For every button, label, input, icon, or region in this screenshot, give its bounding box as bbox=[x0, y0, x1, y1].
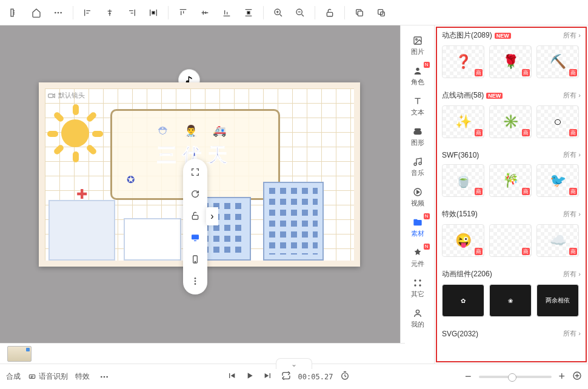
category-header: 动画组件(2206)所有 › bbox=[435, 264, 588, 282]
unlock-icon[interactable] bbox=[320, 3, 339, 22]
more-vertical-icon[interactable] bbox=[188, 274, 202, 288]
asset-thumbnail[interactable]: 🎋商 bbox=[489, 164, 532, 197]
music-icon bbox=[412, 156, 423, 167]
zoom-in-button[interactable]: + bbox=[559, 370, 566, 383]
asset-thumbnail[interactable]: ✳️商 bbox=[489, 105, 532, 138]
bottom-more-icon[interactable] bbox=[97, 370, 112, 384]
more-icon[interactable] bbox=[48, 3, 68, 22]
asset-thumbnail[interactable]: ❀ bbox=[489, 284, 532, 317]
asset-thumbnail[interactable]: ✿ bbox=[442, 284, 484, 317]
distribute-h-icon[interactable] bbox=[144, 3, 163, 22]
camera-label[interactable]: 默认镜头 bbox=[47, 91, 85, 100]
shape-icon bbox=[412, 126, 423, 137]
tab-other[interactable]: 其它 bbox=[403, 273, 432, 303]
align-hcenter-icon[interactable] bbox=[100, 3, 119, 22]
asset-thumbnail[interactable]: 商 bbox=[489, 224, 532, 257]
svg-point-32 bbox=[104, 376, 105, 377]
view-all-link[interactable]: 所有 › bbox=[563, 150, 581, 159]
zoom-slider[interactable] bbox=[479, 376, 552, 378]
tab-image[interactable]: 图片 bbox=[403, 30, 432, 61]
timer-icon[interactable] bbox=[340, 371, 350, 382]
align-bottom-icon[interactable] bbox=[217, 3, 236, 22]
view-all-link[interactable]: 所有 › bbox=[563, 329, 581, 338]
tab-mine[interactable]: 我的 bbox=[403, 303, 432, 333]
panel-collapse-chevron[interactable]: › bbox=[206, 207, 218, 225]
voice-recognition-button[interactable]: 语音识别 bbox=[28, 371, 68, 382]
align-left-icon[interactable] bbox=[78, 3, 98, 22]
home-icon[interactable] bbox=[27, 3, 46, 22]
desktop-preview-icon[interactable] bbox=[188, 230, 202, 245]
mobile-preview-icon[interactable] bbox=[188, 252, 202, 267]
asset-thumbnail[interactable]: 🍵商 bbox=[442, 164, 484, 197]
commercial-badge: 商 bbox=[522, 188, 530, 195]
asset-thumbnail[interactable]: 🐦商 bbox=[536, 164, 579, 197]
zoom-out-icon[interactable] bbox=[290, 3, 310, 22]
align-right-icon[interactable] bbox=[122, 3, 141, 22]
separator bbox=[315, 6, 315, 19]
tab-label: 其它 bbox=[411, 290, 424, 299]
svg-rect-10 bbox=[48, 94, 53, 98]
playback-controls bbox=[227, 371, 291, 382]
tab-label: 音乐 bbox=[411, 168, 424, 178]
tab-role[interactable]: 角色N bbox=[403, 61, 432, 91]
commercial-badge: 商 bbox=[475, 248, 483, 255]
category-header: 动态图片(2089)NEW所有 › bbox=[435, 25, 588, 43]
svg-point-17 bbox=[195, 281, 196, 282]
asset-thumbnail[interactable]: ❓商 bbox=[442, 45, 484, 78]
distribute-v-icon[interactable] bbox=[239, 3, 258, 22]
copy-icon[interactable] bbox=[350, 3, 369, 22]
zoom-in-icon[interactable] bbox=[269, 3, 288, 22]
svg-point-15 bbox=[195, 261, 195, 262]
thumbnail-row: 😜商商☁️商 bbox=[435, 222, 588, 264]
fit-screen-icon[interactable] bbox=[572, 371, 582, 382]
lock-icon[interactable] bbox=[188, 208, 202, 223]
timeline-collapse-notch[interactable]: ⌄ bbox=[276, 358, 312, 369]
svg-point-1 bbox=[55, 12, 56, 13]
commercial-badge: 商 bbox=[475, 129, 483, 136]
tab-text[interactable]: 文本 bbox=[403, 91, 432, 121]
view-all-link[interactable]: 所有 › bbox=[563, 210, 581, 219]
tab-music[interactable]: 音乐 bbox=[403, 151, 432, 182]
tab-shape[interactable]: 图形 bbox=[403, 121, 432, 151]
view-all-link[interactable]: 所有 › bbox=[563, 91, 581, 100]
slide-thumbnail[interactable] bbox=[7, 346, 32, 362]
new-badge: N bbox=[424, 213, 430, 219]
asset-thumbnail[interactable]: ○商 bbox=[536, 105, 579, 138]
bottom-bar: ⌄ 合成 语音识别 特效 00:05.27 − + bbox=[0, 364, 588, 389]
commercial-badge: 商 bbox=[569, 129, 577, 136]
asset-thumbnail[interactable]: ✨商 bbox=[442, 105, 484, 138]
canvas-area[interactable]: 默认镜头 ⛑ 👨‍⚕️ 🚑 三伏天 ✪ bbox=[0, 25, 400, 364]
timecode: 00:05.27 bbox=[298, 373, 333, 381]
skip-start-icon[interactable] bbox=[227, 371, 236, 382]
asset-thumbnail[interactable]: 😜商 bbox=[442, 224, 484, 257]
play-icon[interactable] bbox=[245, 371, 255, 382]
commercial-badge: 商 bbox=[475, 69, 483, 76]
category-title: SVG(2032) bbox=[442, 330, 478, 338]
align-top-icon[interactable] bbox=[173, 3, 193, 22]
category-title: SWF(3610) bbox=[442, 151, 479, 159]
top-toolbar bbox=[0, 0, 588, 25]
view-all-link[interactable]: 所有 › bbox=[563, 270, 581, 279]
skip-end-icon[interactable] bbox=[263, 371, 273, 382]
rotate-icon[interactable] bbox=[188, 187, 202, 201]
other-icon bbox=[412, 278, 423, 288]
thumbnail-row: ✨商✳️商○商 bbox=[435, 103, 588, 145]
svg-point-16 bbox=[195, 278, 196, 279]
tab-asset[interactable]: 素材N bbox=[403, 212, 432, 242]
ruler-icon[interactable] bbox=[5, 3, 24, 22]
align-vcenter-icon[interactable] bbox=[195, 3, 215, 22]
asset-thumbnail[interactable]: ⛏️商 bbox=[536, 45, 579, 78]
asset-thumbnail[interactable]: 🌹商 bbox=[489, 45, 532, 78]
fullscreen-icon[interactable] bbox=[188, 165, 202, 179]
tab-component[interactable]: 元件N bbox=[403, 242, 432, 273]
zoom-out-button[interactable]: − bbox=[465, 370, 472, 383]
effects-button[interactable]: 特效 bbox=[75, 371, 90, 382]
loop-icon[interactable] bbox=[281, 371, 291, 382]
view-all-link[interactable]: 所有 › bbox=[563, 31, 581, 40]
compose-button[interactable]: 合成 bbox=[6, 371, 21, 382]
timeline-strip[interactable] bbox=[0, 343, 405, 364]
tab-video[interactable]: 视频 bbox=[403, 182, 432, 212]
asset-thumbnail[interactable]: ☁️商 bbox=[536, 224, 579, 257]
paste-icon[interactable] bbox=[372, 3, 391, 22]
asset-thumbnail[interactable]: 两余相依 bbox=[536, 284, 579, 317]
